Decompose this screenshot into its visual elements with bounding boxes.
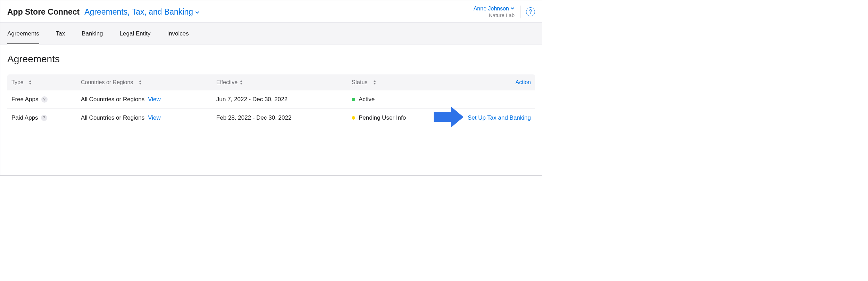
tab-agreements[interactable]: Agreements [7,23,39,44]
table-row: Free Apps ? All Countries or Regions Vie… [7,90,535,109]
view-link[interactable]: View [148,114,161,121]
header-bar: App Store Connect Agreements, Tax, and B… [0,0,542,22]
user-name-label: Anne Johnson [474,5,509,12]
cell-effective: Jun 7, 2022 - Dec 30, 2022 [216,96,352,103]
cell-status: Pending User Info [359,114,406,121]
column-header-action: Action [449,79,531,86]
column-header-type[interactable]: Type [11,79,81,86]
app-title: App Store Connect [7,7,80,17]
cell-countries: All Countries or Regions [81,114,144,121]
callout-arrow-icon [434,106,464,129]
status-dot-icon [352,98,355,101]
cell-countries: All Countries or Regions [81,96,144,103]
table-header: Type Countries or Regions Effective Stat… [7,74,535,90]
cell-type: Paid Apps [11,114,38,121]
tab-invoices[interactable]: Invoices [167,23,189,44]
help-icon[interactable]: ? [526,7,535,16]
vertical-divider [520,6,520,18]
user-org-label: Nature Lab [474,12,515,19]
sort-icon [139,80,142,85]
column-header-countries[interactable]: Countries or Regions [81,79,216,86]
table-row: Paid Apps ? All Countries or Regions Vie… [7,109,535,127]
cell-status: Active [359,96,375,103]
sort-icon [28,80,32,85]
section-dropdown[interactable]: Agreements, Tax, and Banking [84,7,199,17]
column-header-effective[interactable]: Effective [216,79,352,86]
tab-bar: Agreements Tax Banking Legal Entity Invo… [0,22,542,45]
page-heading: Agreements [7,54,535,65]
status-dot-icon [352,116,355,120]
sort-icon [240,80,243,85]
section-dropdown-label: Agreements, Tax, and Banking [84,7,193,17]
cell-type: Free Apps [11,96,39,103]
cell-effective: Feb 28, 2022 - Dec 30, 2022 [216,114,352,121]
user-menu[interactable]: Anne Johnson Nature Lab [474,5,515,19]
tab-legal-entity[interactable]: Legal Entity [120,23,151,44]
info-icon[interactable]: ? [41,115,47,121]
setup-tax-banking-link[interactable]: Set Up Tax and Banking [468,114,531,121]
tab-banking[interactable]: Banking [82,23,103,44]
chevron-down-icon [510,5,515,12]
sort-icon [373,80,376,85]
tab-tax[interactable]: Tax [56,23,65,44]
chevron-down-icon [195,7,199,17]
column-header-status[interactable]: Status [352,79,449,86]
view-link[interactable]: View [148,96,161,103]
info-icon[interactable]: ? [41,96,48,103]
